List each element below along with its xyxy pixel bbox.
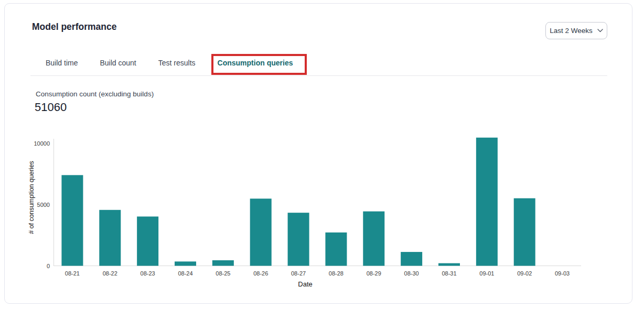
chevron-down-icon: [597, 29, 603, 32]
tab-build-count[interactable]: Build count: [100, 58, 136, 68]
bar-08-23[interactable]: [137, 216, 158, 266]
bar-09-02[interactable]: [514, 198, 535, 266]
bar-08-28[interactable]: [325, 233, 347, 266]
page: Model performance Last 2 Weeks Build tim…: [0, 0, 644, 309]
tab-consumption-queries[interactable]: Consumption queries: [218, 58, 293, 68]
time-range-value: Last 2 Weeks: [550, 27, 593, 35]
bar-08-30[interactable]: [401, 252, 422, 266]
bar-09-01[interactable]: [476, 138, 498, 266]
tab-build-time[interactable]: Build time: [46, 58, 78, 68]
bar-08-21[interactable]: [61, 175, 83, 266]
model-performance-card: Model performance Last 2 Weeks Build tim…: [4, 3, 632, 304]
tabs-divider: [30, 75, 607, 76]
time-range-dropdown[interactable]: Last 2 Weeks: [545, 22, 607, 39]
bar-08-31[interactable]: [438, 263, 460, 266]
bar-08-26[interactable]: [250, 198, 272, 266]
bar-08-27[interactable]: [288, 213, 309, 266]
bar-08-29[interactable]: [363, 212, 384, 266]
bar-08-22[interactable]: [99, 210, 121, 266]
tab-test-results[interactable]: Test results: [158, 58, 196, 68]
metric-label: Consumption count (excluding builds): [36, 90, 154, 98]
metric-value: 51060: [35, 101, 67, 114]
bar-08-24[interactable]: [175, 261, 196, 266]
page-title: Model performance: [32, 21, 116, 32]
tabs: Build time Build count Test results Cons…: [46, 58, 293, 68]
bar-08-25[interactable]: [212, 260, 234, 266]
